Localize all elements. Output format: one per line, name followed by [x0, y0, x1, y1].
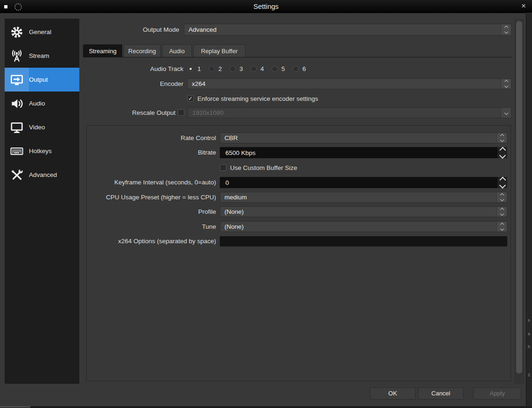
sidebar-item-label: General	[29, 28, 51, 35]
combo-arrows-icon	[501, 24, 511, 35]
monitor-icon	[5, 115, 29, 139]
spinner-arrows-icon[interactable]	[497, 177, 507, 188]
bottom-scrollbar-fragment	[0, 406, 30, 408]
custom-buffer-label: Use Custom Buffer Size	[230, 164, 370, 171]
encoder-label: Encoder	[84, 80, 183, 87]
cancel-button[interactable]: Cancel	[418, 387, 463, 400]
enforce-checkbox[interactable]: ✓	[187, 95, 194, 102]
close-icon[interactable]: ×	[518, 0, 530, 13]
sidebar-item-label: Audio	[29, 100, 45, 107]
bitrate-label: Bitrate	[89, 147, 216, 158]
cpu-preset-label: CPU Usage Preset (higher = less CPU)	[89, 192, 216, 203]
rescale-label: Rescale Output	[84, 109, 175, 116]
output-mode-label: Output Mode	[84, 26, 179, 33]
output-mode-value: Advanced	[189, 26, 217, 33]
keyframe-interval-value: 0	[225, 179, 229, 186]
encoder-select[interactable]: x264	[187, 78, 511, 89]
output-mode-select[interactable]: Advanced	[184, 24, 511, 35]
output-icon	[5, 68, 29, 91]
background-window-sliver: s a h 2	[526, 13, 532, 406]
audio-track-radio-2[interactable]	[209, 66, 215, 72]
chevron-down-icon	[501, 108, 511, 118]
keyboard-icon	[5, 139, 29, 163]
sidebar-item-label: Hotkeys	[29, 148, 52, 155]
sidebar-item-label: Output	[29, 76, 48, 83]
speaker-icon	[5, 91, 29, 115]
sidebar-item-output[interactable]: Output	[5, 68, 79, 91]
enforce-label: Enforce streaming service encoder settin…	[197, 95, 384, 102]
output-tabbar: Streaming Recording Audio Replay Buffer	[83, 44, 511, 57]
combo-arrows-icon	[497, 192, 507, 202]
cpu-preset-value: medium	[224, 194, 247, 201]
combo-arrows-icon	[501, 79, 511, 89]
audio-track-radio-1[interactable]	[188, 66, 194, 72]
rate-control-label: Rate Control	[89, 133, 216, 143]
settings-window: Settings × General Stream Output Au	[0, 0, 532, 408]
tune-value: (None)	[224, 223, 244, 230]
sidebar-item-audio[interactable]: Audio	[5, 91, 79, 115]
sidebar-item-label: Advanced	[29, 171, 57, 178]
radio-label: 3	[239, 65, 243, 72]
sidebar-item-label: Video	[29, 124, 45, 131]
audio-track-radios: 1 2 3 4 5 6	[188, 64, 314, 73]
audio-track-label: Audio Track	[84, 65, 183, 72]
audio-track-radio-4[interactable]	[251, 66, 257, 72]
x264-options-input[interactable]	[220, 236, 507, 246]
window-titlebar: Settings ×	[0, 0, 532, 13]
encoder-value: x264	[192, 80, 205, 87]
rescale-resolution-select[interactable]: 1920x1080	[188, 107, 511, 118]
keyframe-interval-label: Keyframe Interval (seconds, 0=auto)	[89, 177, 216, 188]
settings-sidebar: General Stream Output Audio Video	[5, 19, 79, 384]
audio-track-radio-6[interactable]	[293, 66, 299, 72]
keyframe-interval-spinner[interactable]: 0	[220, 177, 507, 188]
tune-select[interactable]: (None)	[220, 221, 507, 232]
vertical-scrollbar-thumb[interactable]	[516, 21, 522, 373]
profile-select[interactable]: (None)	[220, 206, 507, 217]
radio-label: 1	[197, 65, 201, 72]
broadcast-icon	[5, 44, 29, 68]
sliver-fragment: s	[528, 318, 530, 323]
audio-track-radio-5[interactable]	[272, 66, 278, 72]
combo-arrows-icon	[497, 207, 507, 217]
custom-buffer-checkbox[interactable]	[220, 164, 226, 171]
sidebar-item-advanced[interactable]: Advanced	[5, 163, 79, 187]
rescale-resolution-value: 1920x1080	[192, 109, 224, 116]
sidebar-item-stream[interactable]: Stream	[5, 44, 79, 68]
rescale-checkbox[interactable]	[178, 109, 184, 116]
rate-control-select[interactable]: CBR	[220, 133, 507, 143]
encoder-settings-group: Rate Control CBR Bitrate 6500 Kbps Use C…	[86, 125, 511, 381]
sidebar-item-hotkeys[interactable]: Hotkeys	[5, 139, 79, 163]
radio-label: 5	[281, 65, 285, 72]
x264-options-label: x264 Options (separated by space)	[89, 236, 216, 246]
apply-button[interactable]: Apply	[473, 387, 521, 400]
tune-label: Tune	[89, 221, 216, 232]
tab-streaming[interactable]: Streaming	[83, 44, 122, 57]
combo-arrows-icon	[497, 133, 507, 143]
bottom-screen-edge	[0, 406, 532, 408]
tab-audio[interactable]: Audio	[162, 44, 192, 57]
check-icon: ✓	[188, 95, 193, 102]
radio-label: 2	[218, 65, 222, 72]
sidebar-item-label: Stream	[29, 52, 49, 59]
gear-icon	[5, 20, 29, 44]
spinner-arrows-icon[interactable]	[497, 147, 507, 158]
sliver-fragment: a	[528, 331, 530, 336]
combo-arrows-icon	[497, 222, 507, 232]
cpu-preset-select[interactable]: medium	[220, 192, 507, 203]
window-title: Settings	[0, 0, 532, 13]
bitrate-value: 6500 Kbps	[225, 149, 256, 156]
tab-recording[interactable]: Recording	[124, 44, 161, 57]
sliver-fragment: 2	[528, 373, 530, 377]
audio-track-radio-3[interactable]	[230, 66, 236, 72]
ok-button[interactable]: OK	[370, 387, 415, 400]
sidebar-item-video[interactable]: Video	[5, 115, 79, 139]
radio-label: 4	[260, 65, 264, 72]
profile-value: (None)	[224, 208, 244, 215]
sidebar-item-general[interactable]: General	[5, 20, 79, 44]
radio-label: 6	[302, 65, 306, 72]
profile-label: Profile	[89, 206, 216, 217]
bitrate-spinner[interactable]: 6500 Kbps	[220, 147, 507, 158]
rate-control-value: CBR	[224, 134, 238, 141]
tools-icon	[5, 163, 29, 187]
tab-replay-buffer[interactable]: Replay Buffer	[193, 44, 245, 57]
